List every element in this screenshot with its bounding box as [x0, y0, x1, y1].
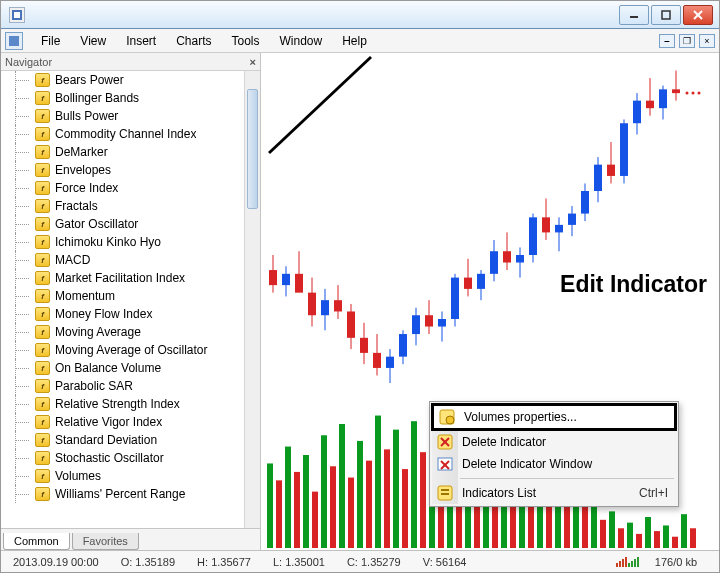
svg-rect-83: [375, 416, 381, 548]
navigator-item[interactable]: fCommodity Channel Index: [1, 125, 244, 143]
menu-file[interactable]: File: [31, 31, 70, 51]
chart-area[interactable]: Edit Indicator Volumes properties... Del…: [261, 53, 719, 550]
svg-rect-40: [477, 274, 485, 289]
context-menu-delete-label: Delete Indicator: [462, 435, 546, 449]
navigator-item[interactable]: fMomentum: [1, 287, 244, 305]
svg-point-119: [686, 92, 689, 95]
status-open: O: 1.35189: [115, 556, 191, 568]
context-menu-delete-window[interactable]: Delete Indicator Window: [432, 453, 676, 475]
tab-common[interactable]: Common: [3, 533, 70, 550]
delete-indicator-icon: [437, 434, 453, 450]
navigator-item[interactable]: fMoving Average of Oscillator: [1, 341, 244, 359]
svg-rect-50: [542, 217, 550, 232]
context-menu-indicators-list[interactable]: Indicators List Ctrl+I: [432, 482, 676, 504]
svg-rect-58: [594, 165, 602, 191]
navigator-item-label: Parabolic SAR: [55, 379, 133, 393]
navigator-item[interactable]: fMoney Flow Index: [1, 305, 244, 323]
menu-view[interactable]: View: [70, 31, 116, 51]
svg-rect-46: [516, 255, 524, 263]
svg-rect-118: [690, 528, 696, 548]
navigator-item[interactable]: fBears Power: [1, 71, 244, 89]
menu-window[interactable]: Window: [270, 31, 333, 51]
navigator-item[interactable]: fBollinger Bands: [1, 89, 244, 107]
svg-rect-109: [609, 511, 615, 548]
scrollbar-thumb[interactable]: [247, 89, 258, 209]
tab-favorites[interactable]: Favorites: [72, 533, 139, 550]
annotation-label: Edit Indicator: [560, 271, 707, 298]
menu-tools[interactable]: Tools: [222, 31, 270, 51]
menu-insert[interactable]: Insert: [116, 31, 166, 51]
svg-rect-132: [441, 489, 449, 491]
svg-rect-54: [568, 214, 576, 225]
menu-charts[interactable]: Charts: [166, 31, 221, 51]
status-volume: V: 56164: [417, 556, 483, 568]
svg-rect-14: [308, 293, 316, 316]
svg-rect-30: [412, 315, 420, 334]
indicator-icon: f: [35, 109, 50, 123]
svg-rect-84: [384, 449, 390, 548]
navigator-item-label: Relative Vigor Index: [55, 415, 162, 429]
navigator-item[interactable]: fGator Oscillator: [1, 215, 244, 233]
svg-rect-44: [503, 251, 511, 262]
maximize-button[interactable]: [651, 5, 681, 25]
window-controls: [617, 5, 713, 25]
navigator-tree[interactable]: fBears PowerfBollinger BandsfBulls Power…: [1, 71, 260, 528]
svg-rect-110: [618, 528, 624, 548]
mdi-close-button[interactable]: ×: [699, 34, 715, 48]
menu-help[interactable]: Help: [332, 31, 377, 51]
menu-bar: File View Insert Charts Tools Window Hel…: [1, 29, 719, 53]
context-menu-delete-indicator[interactable]: Delete Indicator: [432, 431, 676, 453]
navigator-item[interactable]: fIchimoku Kinko Hyo: [1, 233, 244, 251]
navigator-item[interactable]: fMoving Average: [1, 323, 244, 341]
svg-rect-26: [386, 357, 394, 368]
navigator-item-label: Moving Average of Oscillator: [55, 343, 208, 357]
navigator-item[interactable]: fRelative Strength Index: [1, 395, 244, 413]
mdi-restore-button[interactable]: ❐: [679, 34, 695, 48]
navigator-close-icon[interactable]: ×: [250, 56, 256, 68]
navigator-item-label: Envelopes: [55, 163, 111, 177]
svg-rect-117: [681, 514, 687, 548]
navigator-item[interactable]: fMACD: [1, 251, 244, 269]
navigator-item[interactable]: fWilliams' Percent Range: [1, 485, 244, 503]
svg-rect-10: [282, 274, 290, 285]
close-button[interactable]: [683, 5, 713, 25]
navigator-item[interactable]: fStochastic Oscillator: [1, 449, 244, 467]
svg-rect-8: [269, 270, 277, 285]
mdi-minimize-button[interactable]: ‒: [659, 34, 675, 48]
indicator-icon: f: [35, 271, 50, 285]
indicator-icon: f: [35, 235, 50, 249]
navigator-item[interactable]: fParabolic SAR: [1, 377, 244, 395]
navigator-item[interactable]: fOn Balance Volume: [1, 359, 244, 377]
svg-point-121: [698, 92, 701, 95]
navigator-tabs: Common Favorites: [1, 528, 260, 550]
indicator-icon: f: [35, 379, 50, 393]
app-menu-icon[interactable]: [5, 32, 23, 50]
navigator-item-label: Moving Average: [55, 325, 141, 339]
navigator-item[interactable]: fVolumes: [1, 467, 244, 485]
window-titlebar: [1, 1, 719, 29]
context-menu-properties[interactable]: Volumes properties...: [431, 403, 677, 431]
context-menu-list-label: Indicators List: [462, 486, 536, 500]
svg-rect-32: [425, 315, 433, 326]
navigator-item[interactable]: fFractals: [1, 197, 244, 215]
navigator-item[interactable]: fDeMarker: [1, 143, 244, 161]
navigator-item[interactable]: fBulls Power: [1, 107, 244, 125]
minimize-button[interactable]: [619, 5, 649, 25]
svg-point-124: [446, 416, 454, 424]
svg-rect-60: [607, 165, 615, 176]
svg-rect-74: [294, 472, 300, 548]
navigator-item[interactable]: fEnvelopes: [1, 161, 244, 179]
svg-rect-76: [312, 492, 318, 548]
navigator-item[interactable]: fMarket Facilitation Index: [1, 269, 244, 287]
svg-rect-52: [555, 225, 563, 233]
navigator-scrollbar[interactable]: [244, 71, 260, 528]
svg-rect-87: [411, 421, 417, 548]
navigator-item[interactable]: fStandard Deviation: [1, 431, 244, 449]
navigator-title: Navigator: [5, 56, 52, 68]
navigator-item[interactable]: fForce Index: [1, 179, 244, 197]
indicator-icon: f: [35, 253, 50, 267]
indicators-list-icon: [437, 485, 453, 501]
svg-rect-111: [627, 523, 633, 548]
navigator-item[interactable]: fRelative Vigor Index: [1, 413, 244, 431]
context-menu-separator: [460, 478, 674, 479]
